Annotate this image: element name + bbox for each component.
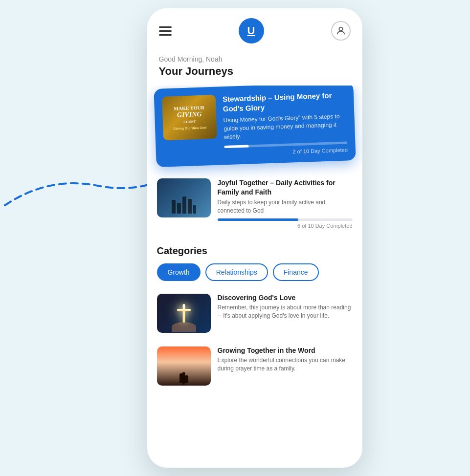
featured-progress-bar-fill [224,145,249,149]
featured-card-description: Using Money for God's Glory" with 5 step… [223,112,347,141]
greeting-sub: Good Morning, Noah [159,55,351,63]
category-item-1-description: Remember, this journey is about more tha… [218,303,353,320]
categories-title: Categories [157,245,353,257]
category-item-1-title: Discovering God's Love [218,294,353,302]
tab-relationships[interactable]: Relationships [205,263,268,281]
svg-point-1 [339,27,342,31]
journey-progress-bg [218,218,353,221]
journey-card-content: Joyful Together – Daily Activities for F… [218,178,353,229]
featured-progress-text: 2 of 10 Day Completed [224,147,347,157]
journey-card-image [157,178,211,217]
category-item-1-content: Discovering God's Love Remember, this jo… [218,294,353,320]
featured-card-title: Stewardship – Using Money for God's Glor… [222,90,346,113]
menu-icon[interactable] [159,26,172,36]
journey-progress-text: 6 of 10 Day Completed [218,223,353,229]
scroll-content[interactable]: MAKE YOURgivingcount Giving Glorifies Go… [147,86,362,468]
greeting-section: Good Morning, Noah Your Journeys [147,51,362,86]
category-item-2-description: Explore the wonderful connections you ca… [218,356,353,373]
category-item-2-content: Growing Together in the Word Explore the… [218,346,353,373]
featured-card-image: MAKE YOURgivingcount Giving Glorifies Go… [161,95,217,141]
tab-growth[interactable]: Growth [157,263,201,281]
journey-card[interactable]: Joyful Together – Daily Activities for F… [147,172,362,236]
journey-card-title: Joyful Together – Daily Activities for F… [218,178,353,196]
user-profile-icon[interactable] [331,21,351,41]
category-item-2-title: Growing Together in the Word [218,346,353,354]
categories-section: Categories Growth Relationships Finance [147,236,362,287]
app-logo: U [239,18,264,43]
category-item-1[interactable]: Discovering God's Love Remember, this jo… [147,287,362,340]
category-item-1-image [157,294,211,333]
phone-frame: U Good Morning, Noah Your Journeys MAKE … [147,8,362,468]
tab-finance[interactable]: Finance [273,263,319,281]
greeting-title: Your Journeys [159,65,351,78]
category-item-2-image [157,346,211,386]
people-silhouette [179,373,188,383]
category-item-2[interactable]: Growing Together in the Word Explore the… [147,340,362,392]
category-tabs: Growth Relationships Finance [157,263,353,281]
featured-journey-card[interactable]: MAKE YOURgivingcount Giving Glorifies Go… [154,86,356,167]
app-header: U [147,8,362,51]
journey-progress-fill [218,218,299,221]
journey-card-description: Daily steps to keep your family active a… [218,198,353,215]
featured-card-content: Stewardship – Using Money for God's Glor… [222,90,347,157]
